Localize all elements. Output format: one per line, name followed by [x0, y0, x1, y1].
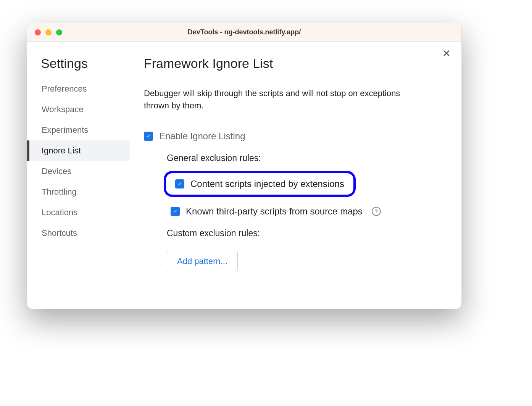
window-close-dot[interactable]	[35, 29, 41, 35]
checkmark-icon	[172, 208, 178, 214]
custom-rules-section: Custom exclusion rules: Add pattern...	[167, 228, 446, 272]
checkmark-icon	[177, 181, 183, 187]
window-title: DevTools - ng-devtools.netlify.app/	[27, 28, 461, 36]
titlebar: DevTools - ng-devtools.netlify.app/	[27, 23, 461, 42]
sidebar-item-experiments[interactable]: Experiments	[27, 120, 130, 140]
sidebar-item-preferences[interactable]: Preferences	[27, 79, 130, 99]
sidebar-item-ignore-list[interactable]: Ignore List	[27, 140, 130, 161]
sidebar-item-shortcuts[interactable]: Shortcuts	[27, 223, 130, 243]
rule-thirdparty-row: Known third-party scripts from source ma…	[171, 206, 446, 217]
general-rules-section: General exclusion rules: Content scripts…	[167, 153, 446, 217]
sidebar-title: Settings	[41, 56, 130, 71]
sidebar-item-workspace[interactable]: Workspace	[27, 99, 130, 120]
help-icon[interactable]: ?	[372, 207, 381, 216]
rule-content-scripts-label: Content scripts injected by extensions	[190, 179, 344, 189]
page-heading: Framework Ignore List	[144, 56, 446, 78]
custom-rules-title: Custom exclusion rules:	[167, 228, 446, 238]
rule-thirdparty-label: Known third-party scripts from source ma…	[186, 206, 363, 217]
checkmark-icon	[145, 133, 152, 139]
add-pattern-button[interactable]: Add pattern...	[167, 251, 238, 272]
page-description: Debugger will skip through the scripts a…	[144, 87, 419, 112]
enable-ignore-checkbox[interactable]	[144, 132, 153, 141]
sidebar-item-devices[interactable]: Devices	[27, 161, 130, 182]
window-minimize-dot[interactable]	[45, 29, 52, 35]
window-zoom-dot[interactable]	[56, 29, 62, 35]
rule-thirdparty-checkbox[interactable]	[171, 207, 180, 216]
general-rules-title: General exclusion rules:	[167, 153, 446, 163]
rule-content-scripts-checkbox[interactable]	[175, 179, 184, 188]
sidebar: Settings Preferences Workspace Experimen…	[27, 52, 130, 293]
rule-content-scripts-highlighted: Content scripts injected by extensions	[164, 171, 356, 197]
settings-window: DevTools - ng-devtools.netlify.app/ ✕ Se…	[27, 23, 462, 309]
enable-ignore-row: Enable Ignore Listing	[144, 131, 446, 142]
close-icon[interactable]: ✕	[442, 48, 451, 58]
traffic-lights	[35, 29, 62, 35]
settings-body: ✕ Settings Preferences Workspace Experim…	[27, 42, 461, 309]
sidebar-item-locations[interactable]: Locations	[27, 202, 130, 223]
content: Framework Ignore List Debugger will skip…	[130, 52, 446, 293]
enable-ignore-label: Enable Ignore Listing	[159, 131, 245, 142]
sidebar-item-throttling[interactable]: Throttling	[27, 182, 130, 202]
